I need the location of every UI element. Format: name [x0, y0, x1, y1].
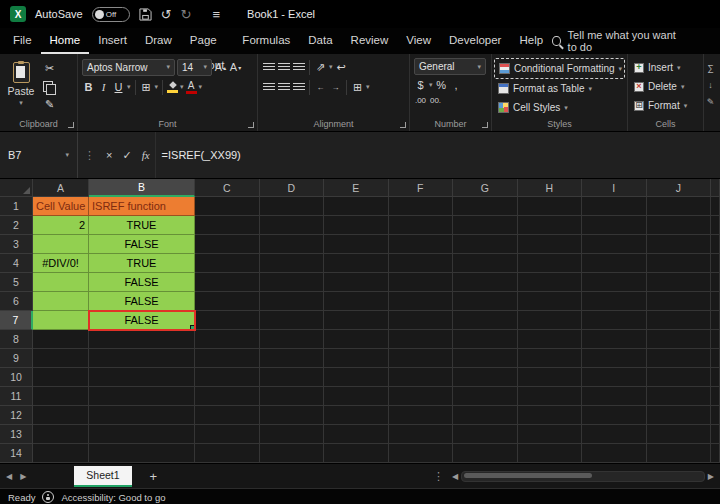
formula-input[interactable]: =ISREF(_XX99) — [155, 132, 720, 178]
cell-A12[interactable] — [33, 406, 89, 425]
cell-C9[interactable] — [195, 349, 260, 368]
sheet-nav-right-icon[interactable]: ▶ — [20, 472, 26, 481]
increase-decimal-icon[interactable]: .00 — [414, 92, 427, 109]
select-all-corner[interactable] — [0, 179, 33, 197]
cell-J6[interactable] — [647, 292, 712, 311]
cell-J13[interactable] — [647, 425, 712, 444]
name-box[interactable]: B7 ▾ — [0, 132, 78, 178]
align-center-icon[interactable] — [277, 79, 290, 96]
cell-B1[interactable]: ISREF function — [89, 197, 195, 216]
cell-I12[interactable] — [582, 406, 647, 425]
enter-icon[interactable]: ✓ — [117, 132, 136, 178]
cell-G11[interactable] — [453, 387, 518, 406]
cell-D11[interactable] — [260, 387, 325, 406]
fill-down-icon[interactable]: ↓ — [708, 80, 713, 90]
align-middle-icon[interactable] — [277, 59, 290, 76]
cell-partial-10[interactable] — [711, 368, 720, 387]
cell-C6[interactable] — [195, 292, 260, 311]
cell-B4[interactable]: TRUE — [89, 254, 195, 273]
cell-C1[interactable] — [195, 197, 260, 216]
cell-D3[interactable] — [260, 235, 325, 254]
format-as-table-button[interactable]: Format as Table ▾ — [494, 79, 625, 98]
decrease-decimal-icon[interactable]: 00. — [429, 92, 442, 109]
cell-E12[interactable] — [324, 406, 389, 425]
cell-G2[interactable] — [453, 216, 518, 235]
cell-G12[interactable] — [453, 406, 518, 425]
cell-C11[interactable] — [195, 387, 260, 406]
chevron-down-icon[interactable]: ▾ — [65, 151, 69, 159]
cell-B11[interactable] — [89, 387, 195, 406]
sheet-nav-left-icon[interactable]: ◀ — [6, 472, 12, 481]
cell-I3[interactable] — [582, 235, 647, 254]
cell-I5[interactable] — [582, 273, 647, 292]
cell-partial-7[interactable] — [711, 311, 720, 330]
cell-G7[interactable] — [453, 311, 518, 330]
cell-I1[interactable] — [582, 197, 647, 216]
merge-center-icon[interactable]: ⊞ — [351, 79, 364, 96]
cell-B13[interactable] — [89, 425, 195, 444]
cell-C8[interactable] — [195, 330, 260, 349]
cell-partial-2[interactable] — [711, 216, 720, 235]
col-header-A[interactable]: A — [33, 179, 89, 197]
cell-J12[interactable] — [647, 406, 712, 425]
borders-dropdown-icon[interactable]: ▾ — [155, 83, 159, 91]
align-top-icon[interactable] — [262, 59, 275, 76]
cell-A1[interactable]: Cell Value — [33, 197, 89, 216]
dialog-launcher-icon[interactable] — [248, 122, 254, 128]
font-name-select[interactable]: Aptos Narrow ▾ — [82, 59, 175, 76]
cell-H3[interactable] — [518, 235, 583, 254]
scroll-right-icon[interactable]: ▶ — [708, 472, 714, 481]
row-header-12[interactable]: 12 — [0, 406, 33, 425]
copy-icon[interactable] — [43, 81, 53, 92]
cell-J10[interactable] — [647, 368, 712, 387]
row-header-2[interactable]: 2 — [0, 216, 33, 235]
row-header-4[interactable]: 4 — [0, 254, 33, 273]
cell-B2[interactable]: TRUE — [89, 216, 195, 235]
cell-partial-4[interactable] — [711, 254, 720, 273]
cell-H4[interactable] — [518, 254, 583, 273]
col-header-F[interactable]: F — [389, 179, 454, 197]
cell-partial-6[interactable] — [711, 292, 720, 311]
cell-E7[interactable] — [324, 311, 389, 330]
cell-B9[interactable] — [89, 349, 195, 368]
format-painter-icon[interactable]: ✎ — [43, 96, 56, 113]
menu-tab-insert[interactable]: Insert — [89, 28, 136, 54]
cell-J9[interactable] — [647, 349, 712, 368]
cell-D1[interactable] — [260, 197, 325, 216]
cell-A2[interactable]: 2 — [33, 216, 89, 235]
cell-H2[interactable] — [518, 216, 583, 235]
cell-partial-13[interactable] — [711, 425, 720, 444]
cell-E6[interactable] — [324, 292, 389, 311]
menu-tab-draw[interactable]: Draw — [136, 28, 181, 54]
cell-H7[interactable] — [518, 311, 583, 330]
cell-H9[interactable] — [518, 349, 583, 368]
cell-E10[interactable] — [324, 368, 389, 387]
cell-J5[interactable] — [647, 273, 712, 292]
font-color-dropdown-icon[interactable]: ▾ — [199, 83, 203, 91]
add-sheet-button[interactable]: + — [150, 469, 158, 484]
orientation-icon[interactable]: ⇗ — [314, 59, 327, 76]
paste-button[interactable]: Paste ▾ — [2, 57, 40, 111]
cell-I2[interactable] — [582, 216, 647, 235]
cell-A11[interactable] — [33, 387, 89, 406]
cell-B3[interactable]: FALSE — [89, 235, 195, 254]
cell-F11[interactable] — [389, 387, 454, 406]
cell-D8[interactable] — [260, 330, 325, 349]
cell-D7[interactable] — [260, 311, 325, 330]
cell-partial-8[interactable] — [711, 330, 720, 349]
cell-G8[interactable] — [453, 330, 518, 349]
sheet-tab-sheet1[interactable]: Sheet1 — [74, 466, 131, 487]
decrease-font-size-icon[interactable]: A▾ — [229, 59, 242, 76]
cell-C3[interactable] — [195, 235, 260, 254]
fill-handle[interactable] — [190, 325, 195, 330]
format-cells-button[interactable]: ⊞ Format ▾ — [630, 96, 701, 115]
cell-A5[interactable] — [33, 273, 89, 292]
cell-B5[interactable]: FALSE — [89, 273, 195, 292]
align-bottom-icon[interactable] — [292, 59, 305, 76]
cell-E3[interactable] — [324, 235, 389, 254]
cell-B14[interactable] — [89, 444, 195, 463]
cell-H1[interactable] — [518, 197, 583, 216]
col-header-B[interactable]: B — [89, 179, 195, 197]
increase-font-size-icon[interactable]: A▴ — [214, 59, 227, 76]
cell-D13[interactable] — [260, 425, 325, 444]
